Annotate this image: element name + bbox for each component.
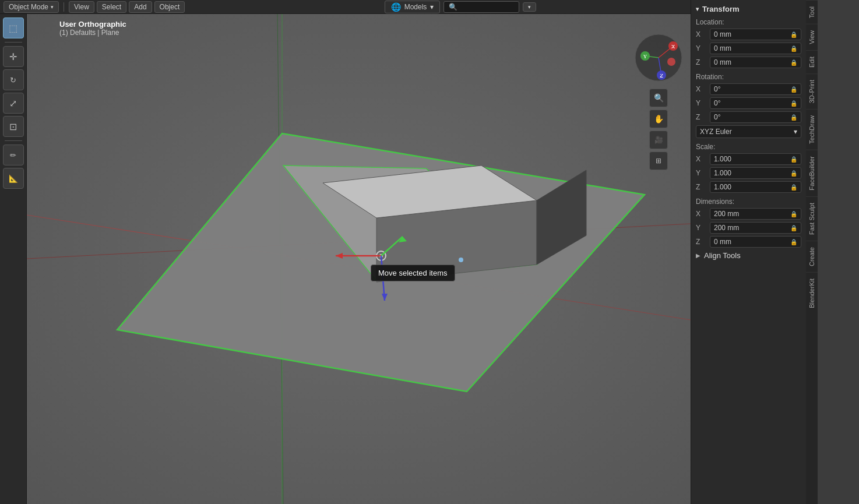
euler-dropdown[interactable]: XYZ Euler ▾ — [696, 125, 801, 138]
rotation-y-row: Y 0° 🔒 — [696, 97, 801, 109]
top-bar: Object Mode ▾ View Select Add Object 🌐 M… — [0, 0, 691, 14]
scale-y-text: 1.000 — [714, 169, 731, 177]
dim-x-value[interactable]: 200 mm 🔒 — [710, 208, 801, 220]
object-mode-dropdown[interactable]: Object Mode ▾ — [3, 1, 59, 13]
models-dropdown[interactable]: 🌐 Models ▾ — [385, 1, 441, 13]
scale-label: Scale: — [696, 143, 801, 151]
object-menu[interactable]: Object — [154, 1, 185, 13]
location-y-value[interactable]: 0 mm 🔒 — [710, 43, 801, 54]
viewport[interactable]: User Orthographic (1) Defaults | Plane X… — [27, 14, 691, 504]
dim-z-label: Z — [696, 238, 710, 246]
rotation-x-label: X — [696, 85, 710, 93]
scale-z-label: Z — [696, 183, 710, 191]
tab-tool[interactable]: Tool — [806, 0, 818, 24]
location-y-label: Y — [696, 44, 710, 52]
models-globe-icon: 🌐 — [391, 2, 401, 12]
dim-y-value[interactable]: 200 mm 🔒 — [710, 222, 801, 234]
tab-create[interactable]: Create — [806, 241, 818, 272]
tab-techdraw[interactable]: TechDraw — [806, 109, 818, 150]
tab-facebuilder[interactable]: FaceBuilder — [806, 150, 818, 196]
scale-x-label: X — [696, 155, 710, 163]
scale-tool-btn[interactable]: ⤢ — [3, 93, 24, 114]
viewport-view-title: User Orthographic — [59, 20, 126, 29]
annotate-tool-btn[interactable]: ✏ — [3, 144, 24, 165]
scale-z-row: Z 1.000 🔒 — [696, 181, 801, 193]
tab-3dprint[interactable]: 3D-Print — [806, 73, 818, 109]
search-options-btn[interactable]: ▾ — [523, 2, 536, 12]
rotation-z-text: 0° — [714, 113, 720, 121]
right-panel: ▾ Transform Location: X 0 mm 🔒 Y 0 mm 🔒 … — [691, 0, 818, 504]
location-y-lock-icon: 🔒 — [790, 45, 797, 52]
scale-y-value[interactable]: 1.000 🔒 — [710, 167, 801, 179]
tool-sep-1 — [5, 42, 22, 43]
location-x-value[interactable]: 0 mm 🔒 — [710, 29, 801, 40]
add-menu[interactable]: Add — [129, 1, 152, 13]
dim-x-lock-icon: 🔒 — [790, 211, 797, 217]
rotation-x-lock-icon: 🔒 — [790, 86, 797, 93]
dim-y-label: Y — [696, 224, 710, 232]
align-tools-label: Align Tools — [704, 251, 741, 260]
dim-z-text: 0 mm — [714, 238, 731, 246]
rotation-z-lock-icon: 🔒 — [790, 114, 797, 121]
tab-fastsculpt[interactable]: Fast Sculpt — [806, 196, 818, 241]
transform-tool-btn[interactable]: ⊡ — [3, 116, 24, 137]
scale-z-value[interactable]: 1.000 🔒 — [710, 181, 801, 193]
location-x-label: X — [696, 30, 710, 38]
euler-arrow-icon: ▾ — [794, 128, 797, 136]
dim-z-value[interactable]: 0 mm 🔒 — [710, 236, 801, 248]
panel-content: ▾ Transform Location: X 0 mm 🔒 Y 0 mm 🔒 … — [691, 0, 806, 504]
align-tools-section[interactable]: ▶ Align Tools — [696, 251, 801, 260]
camera-icon[interactable]: 🎥 — [649, 131, 668, 149]
location-x-row: X 0 mm 🔒 — [696, 29, 801, 40]
location-y-row: Y 0 mm 🔒 — [696, 43, 801, 54]
euler-label-text: XYZ Euler — [700, 128, 732, 136]
zoom-to-fit-icon[interactable]: 🔍 — [649, 89, 668, 107]
scale-x-text: 1.000 — [714, 155, 731, 163]
select-menu[interactable]: Select — [97, 1, 126, 13]
scale-x-value[interactable]: 1.000 🔒 — [710, 153, 801, 165]
rotate-tool-btn[interactable]: ↻ — [3, 69, 24, 90]
rotation-x-text: 0° — [714, 85, 720, 93]
measure-tool-btn[interactable]: 📐 — [3, 168, 24, 189]
tooltip-text: Move selected items — [378, 269, 448, 277]
scale-y-lock-icon: 🔒 — [790, 170, 797, 177]
location-z-lock-icon: 🔒 — [790, 59, 797, 66]
rotation-x-value[interactable]: 0° 🔒 — [710, 83, 801, 95]
orientation-gizmo[interactable]: X Y Z — [632, 31, 685, 84]
grid-icon[interactable]: ⊞ — [649, 151, 668, 170]
move-tool-btn[interactable]: ✛ — [3, 46, 24, 67]
scale-z-lock-icon: 🔒 — [790, 184, 797, 191]
viewport-info: User Orthographic (1) Defaults | Plane — [59, 20, 126, 37]
tab-blenderkit[interactable]: BlenderKit — [806, 272, 818, 314]
dim-x-text: 200 mm — [714, 210, 739, 218]
search-box[interactable]: 🔍 — [443, 1, 519, 13]
location-z-label: Z — [696, 58, 710, 66]
dim-y-row: Y 200 mm 🔒 — [696, 222, 801, 234]
dim-x-label: X — [696, 210, 710, 218]
rotation-z-value[interactable]: 0° 🔒 — [710, 111, 801, 123]
view-menu[interactable]: View — [69, 1, 94, 13]
rotation-x-row: X 0° 🔒 — [696, 83, 801, 95]
header-center: 🌐 Models ▾ 🔍 ▾ — [344, 0, 577, 14]
transform-title-label: Transform — [702, 5, 740, 13]
location-label: Location: — [696, 18, 801, 26]
rotation-z-row: Z 0° 🔒 — [696, 111, 801, 123]
view-label: View — [74, 3, 89, 11]
location-z-row: Z 0 mm 🔒 — [696, 57, 801, 68]
location-x-text: 0 mm — [714, 30, 731, 38]
rotation-y-value[interactable]: 0° 🔒 — [710, 97, 801, 109]
models-label: Models — [404, 3, 427, 11]
svg-point-26 — [667, 58, 675, 66]
rotation-y-label: Y — [696, 99, 710, 107]
dim-y-text: 200 mm — [714, 224, 739, 232]
tab-view[interactable]: View — [806, 24, 818, 50]
models-arrow-icon: ▾ — [430, 3, 434, 11]
dimensions-label: Dimensions: — [696, 198, 801, 206]
select-tool-btn[interactable]: ⬚ — [3, 17, 24, 38]
tab-edit[interactable]: Edit — [806, 50, 818, 73]
viewport-view-subtitle: (1) Defaults | Plane — [59, 29, 126, 37]
transform-section-title[interactable]: ▾ Transform — [696, 5, 801, 13]
location-z-value[interactable]: 0 mm 🔒 — [710, 57, 801, 68]
pan-icon[interactable]: ✋ — [649, 110, 668, 128]
scale-y-row: Y 1.000 🔒 — [696, 167, 801, 179]
